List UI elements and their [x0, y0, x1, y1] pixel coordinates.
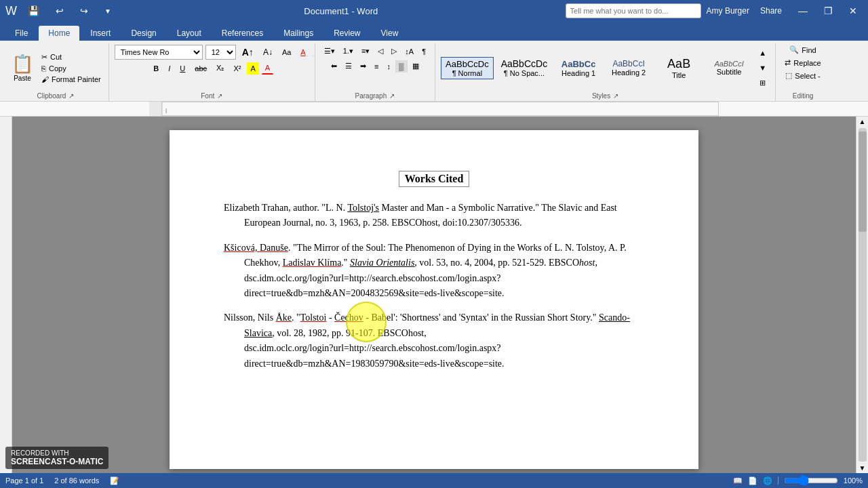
scroll-up-button[interactable]: ▲ [858, 117, 867, 127]
view-print-button[interactable]: 📄 [748, 476, 757, 485]
select-icon: ⬚ [785, 71, 792, 80]
zoom-slider[interactable] [784, 476, 838, 485]
select-button[interactable]: ⬚ Select - [783, 70, 823, 81]
undo-button[interactable]: ↩ [50, 3, 69, 19]
style-no-spacing[interactable]: AaBbCcDc ¶ No Spac... [496, 56, 552, 79]
style-title[interactable]: AaB Title [655, 55, 703, 81]
align-right-button[interactable]: ➡ [357, 60, 370, 73]
tab-design[interactable]: Design [121, 26, 165, 41]
show-marks-button[interactable]: ¶ [418, 45, 429, 58]
font-shrink-button[interactable]: A↓ [260, 45, 276, 59]
underline-button[interactable]: U [176, 62, 189, 75]
watermark-line1: RECORDED WITH [11, 449, 103, 457]
view-read-mode-button[interactable]: 📖 [733, 476, 743, 485]
tab-insert[interactable]: Insert [81, 26, 120, 41]
styles-scroll-down-button[interactable]: ▼ [755, 62, 770, 74]
format-painter-button[interactable]: 🖌 Format Painter [39, 75, 103, 84]
tab-file[interactable]: File [5, 26, 37, 41]
tab-home[interactable]: Home [39, 26, 79, 41]
styles-scroll-buttons: ▲ ▼ ⊞ [755, 47, 770, 89]
decrease-indent-button[interactable]: ◁ [374, 45, 387, 58]
user-name: Amy Burger [707, 6, 749, 16]
scroll-down-button[interactable]: ▼ [858, 463, 867, 473]
find-icon: 🔍 [789, 45, 799, 54]
main-area: Works Cited Elizabeth Trahan, author. "L… [0, 117, 868, 473]
view-web-button[interactable]: 🌐 [763, 476, 772, 485]
font-color-button[interactable]: A [262, 62, 273, 75]
search-input[interactable] [566, 3, 701, 18]
tab-review[interactable]: Review [324, 26, 370, 41]
save-button[interactable]: 💾 [22, 3, 45, 19]
paste-icon: 📋 [12, 54, 33, 75]
borders-button[interactable]: ▦ [409, 60, 422, 73]
para-row2: ⬅ ☰ ➡ ≡ ↕ ▒ ▦ [328, 60, 422, 73]
find-button[interactable]: 🔍 Find [787, 45, 818, 55]
font-family-select[interactable]: Times New Ro [115, 45, 203, 60]
sort-button[interactable]: ↕A [401, 45, 417, 58]
customize-qat-button[interactable]: ▼ [99, 5, 117, 18]
clipboard-actions: ✂ Cut ⎘ Copy 🖌 Format Painter [39, 52, 103, 84]
restore-button[interactable]: ❐ [818, 3, 838, 19]
text-highlight-button[interactable]: A [247, 62, 258, 75]
styles-expand-button[interactable]: ⊞ [755, 77, 770, 89]
tab-layout[interactable]: Layout [167, 26, 211, 41]
multilevel-list-button[interactable]: ≡▾ [358, 45, 373, 58]
style-normal[interactable]: AaBbCcDc ¶ Normal [441, 57, 494, 79]
subscript-button[interactable]: X₂ [213, 62, 227, 75]
numbering-button[interactable]: 1.▾ [340, 45, 357, 58]
scroll-thumb[interactable] [859, 128, 867, 462]
copy-button[interactable]: ⎘ Copy [39, 64, 103, 73]
cut-icon: ✂ [41, 53, 47, 62]
bold-button[interactable]: B [150, 62, 162, 75]
font-size-select[interactable]: 12 [205, 45, 236, 60]
find-label: Find [802, 46, 816, 54]
align-left-button[interactable]: ⬅ [328, 60, 340, 73]
font-case-button[interactable]: Aa [279, 46, 294, 58]
close-button[interactable]: ✕ [844, 3, 863, 19]
format-painter-icon: 🖌 [41, 75, 49, 83]
align-center-button[interactable]: ☰ [342, 60, 355, 73]
redo-button[interactable]: ↪ [75, 3, 94, 19]
styles-content: AaBbCcDc ¶ Normal AaBbCcDc ¶ No Spac... … [441, 45, 770, 91]
shading-button[interactable]: ▒ [395, 60, 408, 73]
paragraph-group: ☰▾ 1.▾ ≡▾ ◁ ▷ ↕A ¶ ⬅ ☰ ➡ ≡ ↕ ▒ ▦ Paragra… [315, 43, 435, 101]
styles-expand-icon[interactable]: ↗ [613, 92, 618, 100]
clipboard-expand-icon[interactable]: ↗ [68, 92, 74, 100]
font-row2: B I U abc X₂ X² A A [150, 62, 273, 75]
style-heading2[interactable]: AaBbCcI Heading 2 [605, 57, 652, 79]
styles-scroll-up-button[interactable]: ▲ [755, 47, 770, 59]
paste-button[interactable]: 📋 Paste [8, 50, 37, 85]
paragraph-expand-icon[interactable]: ↗ [389, 92, 395, 100]
line-spacing-button[interactable]: ↕ [383, 60, 394, 73]
tab-view[interactable]: View [372, 26, 408, 41]
superscript-button[interactable]: X² [230, 62, 244, 75]
bullets-button[interactable]: ☰▾ [321, 45, 338, 58]
style-heading1[interactable]: AaBbCc Heading 1 [555, 57, 602, 79]
copy-icon: ⎘ [41, 64, 46, 73]
tab-mailings[interactable]: Mailings [274, 26, 323, 41]
style-title-preview: AaB [667, 57, 690, 71]
increase-indent-button[interactable]: ▷ [388, 45, 400, 58]
style-subtitle-label: Subtitle [717, 68, 742, 76]
italic-button[interactable]: I [165, 62, 174, 75]
style-subtitle-preview: AaBbCcI [714, 60, 743, 68]
document-area[interactable]: Works Cited Elizabeth Trahan, author. "L… [12, 117, 856, 473]
font-grow-button[interactable]: A↑ [239, 45, 257, 60]
font-expand-icon[interactable]: ↗ [217, 92, 222, 100]
strikethrough-button[interactable]: abc [191, 62, 210, 75]
word-count: 2 of 86 words [54, 476, 99, 485]
minimize-button[interactable]: — [793, 3, 813, 19]
clear-format-button[interactable]: A [297, 46, 309, 58]
justify-button[interactable]: ≡ [371, 60, 382, 73]
watermark: RECORDED WITH SCREENCAST-O-MATIC [5, 447, 108, 469]
cut-button[interactable]: ✂ Cut [39, 52, 103, 62]
works-cited-title-text: Works Cited [399, 171, 470, 187]
works-cited-section: Works Cited [224, 171, 644, 187]
style-subtitle[interactable]: AaBbCcI Subtitle [705, 58, 753, 78]
share-button[interactable]: Share [755, 3, 787, 18]
vertical-scrollbar[interactable]: ▲ ▼ [856, 117, 868, 473]
tab-references[interactable]: References [212, 26, 273, 41]
replace-icon: ⇄ [785, 58, 791, 67]
editing-group: 🔍 Find ⇄ Replace ⬚ Select - Editing [776, 43, 830, 101]
replace-button[interactable]: ⇄ Replace [782, 58, 823, 68]
